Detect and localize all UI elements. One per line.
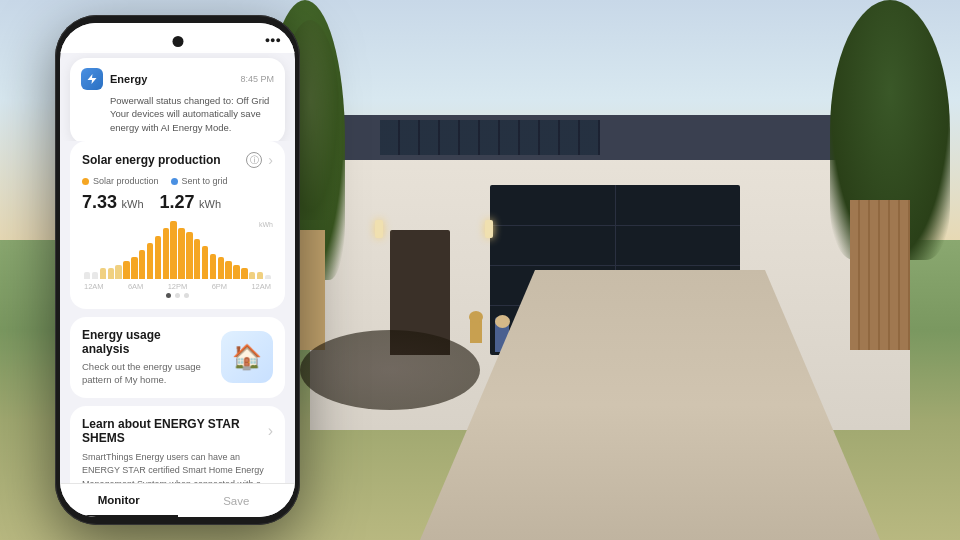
bar-1 xyxy=(92,272,98,279)
bar-0 xyxy=(84,272,90,279)
legend-solar-dot xyxy=(82,178,89,185)
stat-solar: 7.33 kWh xyxy=(82,192,144,213)
legend-solar: Solar production xyxy=(82,176,159,186)
person-1 xyxy=(470,313,484,355)
stat-solar-value: 7.33 xyxy=(82,192,117,212)
energy-usage-desc: Check out the energy usage pattern of My… xyxy=(82,360,211,387)
app-content: Solar energy production ⓘ › Solar produc… xyxy=(60,141,295,483)
chevron-right-icon[interactable]: › xyxy=(268,152,273,168)
bar-6 xyxy=(131,257,137,279)
legend-solar-label: Solar production xyxy=(93,176,159,186)
notification-time: 8:45 PM xyxy=(240,74,274,84)
tab-save[interactable]: Save xyxy=(178,484,296,517)
bar-14 xyxy=(194,239,200,279)
time-label-6pm: 6PM xyxy=(212,282,227,291)
bar-21 xyxy=(249,272,255,279)
bar-12 xyxy=(178,228,184,279)
legend-grid-dot xyxy=(171,178,178,185)
bar-15 xyxy=(202,246,208,279)
bar-4 xyxy=(115,265,121,280)
bottom-nav: Monitor Save xyxy=(60,483,295,517)
energy-usage-card[interactable]: Energy usage analysis Check out the ener… xyxy=(70,317,285,398)
time-label-6am: 6AM xyxy=(128,282,143,291)
bar-23 xyxy=(265,275,271,279)
time-label-12pm: 12PM xyxy=(168,282,188,291)
dot-3 xyxy=(184,293,189,298)
notification-body: Powerwall status changed to: Off GridYou… xyxy=(81,94,274,134)
bars-container xyxy=(82,221,273,279)
info-icon[interactable]: ⓘ xyxy=(246,152,262,168)
solar-section-icons: ⓘ › xyxy=(246,152,273,168)
dot-2 xyxy=(175,293,180,298)
bar-10 xyxy=(163,228,169,279)
stat-grid: 1.27 kWh xyxy=(160,192,222,213)
solar-section-header: Solar energy production ⓘ › xyxy=(82,152,273,168)
energy-star-chevron-icon[interactable]: › xyxy=(268,422,273,440)
bar-7 xyxy=(139,250,145,279)
fence-right xyxy=(850,200,910,350)
notification-app-icon xyxy=(81,68,103,90)
wall-light-right xyxy=(485,220,493,238)
bar-8 xyxy=(147,243,153,279)
chart-page-dots xyxy=(82,293,273,298)
bar-17 xyxy=(218,257,224,279)
stat-grid-unit: kWh xyxy=(199,198,221,210)
bar-20 xyxy=(241,268,247,279)
stat-grid-value: 1.27 xyxy=(160,192,195,212)
bar-2 xyxy=(100,268,106,279)
energy-star-body: SmartThings Energy users can have an ENE… xyxy=(82,451,273,483)
energy-star-header: Learn about ENERGY STAR SHEMS › xyxy=(82,417,273,445)
chart-legend: Solar production Sent to grid xyxy=(82,176,273,186)
energy-usage-illustration: 🏠 xyxy=(221,331,273,383)
time-label-12am: 12AM xyxy=(84,282,104,291)
bar-18 xyxy=(225,261,231,279)
energy-usage-text-block: Energy usage analysis Check out the ener… xyxy=(82,328,211,387)
bar-5 xyxy=(123,261,129,279)
solar-section-title: Solar energy production xyxy=(82,153,221,167)
legend-grid-label: Sent to grid xyxy=(182,176,228,186)
bar-22 xyxy=(257,272,263,279)
bar-3 xyxy=(108,268,114,279)
notification-card: Energy 8:45 PM Powerwall status changed … xyxy=(70,58,285,144)
bar-chart: kWh 12AM 6AM 12PM 6PM 12AM xyxy=(82,221,273,289)
bar-9 xyxy=(155,236,161,280)
solar-panels xyxy=(380,120,600,155)
tab-monitor[interactable]: Monitor xyxy=(60,484,178,517)
notification-app-name: Energy xyxy=(110,73,147,85)
energy-star-card[interactable]: Learn about ENERGY STAR SHEMS › SmartThi… xyxy=(70,406,285,483)
camera-notch xyxy=(172,36,183,47)
kwh-axis-label: kWh xyxy=(259,221,273,228)
energy-usage-title: Energy usage analysis xyxy=(82,328,211,356)
stat-solar-unit: kWh xyxy=(122,198,144,210)
notification-header: Energy 8:45 PM xyxy=(81,68,274,90)
dot-1 xyxy=(166,293,171,298)
bar-19 xyxy=(233,265,239,280)
bar-13 xyxy=(186,232,192,279)
wall-light-left xyxy=(375,220,383,238)
phone-screen: ●●● Energy 8:45 PM Powerwall status chan… xyxy=(60,23,295,517)
stats-row: 7.33 kWh 1.27 kWh xyxy=(82,192,273,213)
energy-star-title: Learn about ENERGY STAR SHEMS xyxy=(82,417,268,445)
chart-time-labels: 12AM 6AM 12PM 6PM 12AM xyxy=(82,280,273,291)
solar-production-card: Solar energy production ⓘ › Solar produc… xyxy=(70,141,285,309)
bar-11 xyxy=(170,221,176,279)
legend-grid: Sent to grid xyxy=(171,176,228,186)
time-label-12am2: 12AM xyxy=(251,282,271,291)
bar-16 xyxy=(210,254,216,279)
phone-frame: ●●● Energy 8:45 PM Powerwall status chan… xyxy=(55,15,300,525)
mulch-area xyxy=(300,330,480,410)
